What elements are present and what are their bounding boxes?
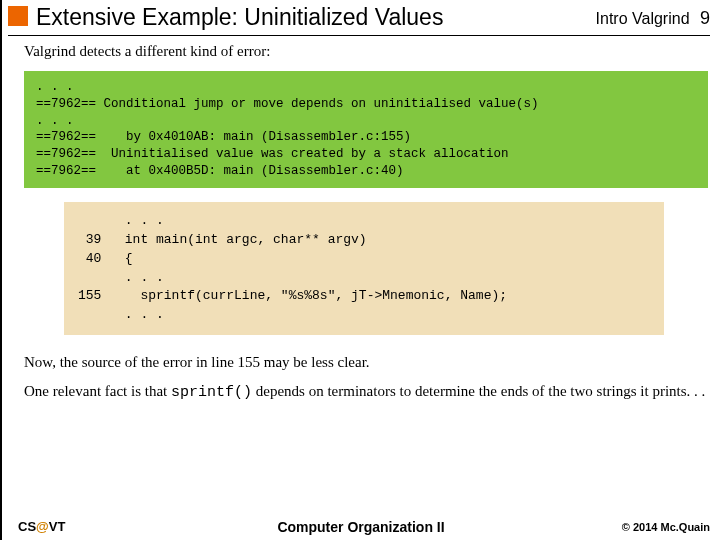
slide-body: Valgrind detects a different kind of err… [2,42,720,403]
footer-left: CS@VT [18,519,65,534]
para3-part-b: depends on terminators to determine the … [252,383,705,399]
page-number: 9 [700,8,710,28]
at-icon: @ [36,519,49,534]
para3-part-a: One relevant fact is that [24,383,171,399]
footer-vt: VT [49,519,66,534]
footer-cs: CS [18,519,36,534]
course-label: Intro Valgrind [596,10,690,27]
slide: Extensive Example: Uninitialized Values … [0,0,720,540]
intro-text: Valgrind detects a different kind of err… [24,42,708,61]
header-rule [8,35,710,36]
valgrind-output-block: . . . ==7962== Conditional jump or move … [24,71,708,188]
slide-title: Extensive Example: Uninitialized Values [36,4,596,31]
explain-para-1: Now, the source of the error in line 155… [24,353,708,372]
sprintf-code: sprintf() [171,384,252,401]
footer-center: Computer Organization II [277,519,444,535]
accent-square-icon [8,6,28,26]
header-bar: Extensive Example: Uninitialized Values … [2,0,720,33]
source-code-block: . . . 39 int main(int argc, char** argv)… [64,202,664,335]
explain-para-2: One relevant fact is that sprintf() depe… [24,382,708,403]
slide-meta: Intro Valgrind 9 [596,8,710,29]
footer-right: © 2014 Mc.Quain [622,521,710,533]
footer: CS@VT Computer Organization II © 2014 Mc… [2,519,720,534]
